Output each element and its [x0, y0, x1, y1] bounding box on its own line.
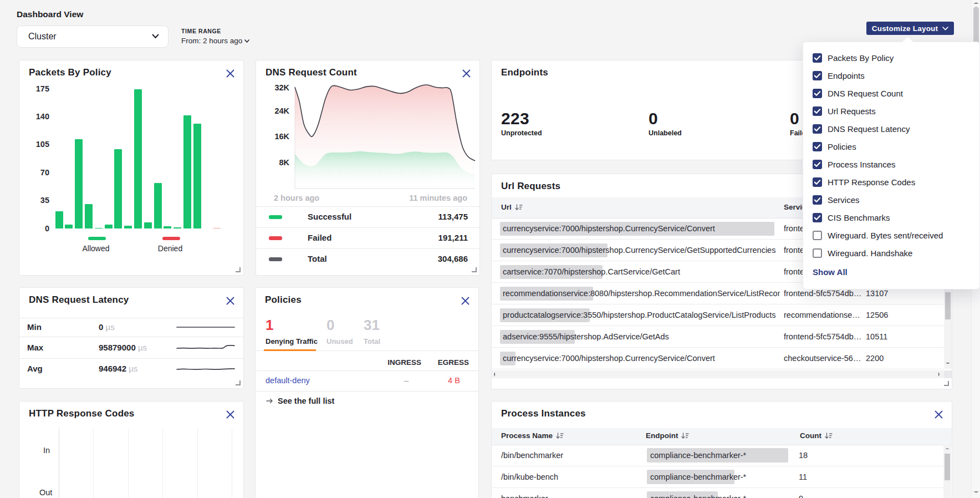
legend-swatch-failed [269, 236, 282, 240]
table-row[interactable]: adservice:9555/hipstershop.AdService/Get… [492, 326, 944, 348]
close-icon[interactable] [226, 296, 235, 306]
time-range-label: TIME RANGE [181, 28, 221, 34]
latency-row-value: 0 µs [99, 322, 115, 332]
chevron-down-icon [244, 39, 249, 43]
checkbox-checked-icon[interactable] [813, 89, 822, 98]
y-axis-tick: 0 [27, 224, 49, 233]
widget-policies: Policies1Denying Traffic0Unused31TotalIN… [255, 287, 479, 498]
scrollbar-thumb[interactable] [945, 454, 950, 480]
row-label-in: In [43, 446, 50, 455]
legend-swatch-total [269, 257, 282, 261]
scrollbar-corner [944, 370, 952, 378]
table-row[interactable]: /bin/kube-benchcompliance-benchmarker-*1… [492, 466, 943, 488]
layout-option-url-requests[interactable]: Url Requests [813, 102, 876, 120]
policy-tab[interactable]: Denying Traffic [266, 337, 318, 345]
resize-handle-icon[interactable] [236, 267, 241, 272]
policy-tab[interactable]: Total [364, 337, 380, 345]
column-header-ingress[interactable]: INGRESS [391, 358, 421, 367]
scroll-down-icon[interactable] [973, 491, 979, 493]
endpoint-cell: compliance-benchmarker-* [650, 451, 746, 460]
view-selector[interactable]: Cluster [17, 26, 169, 48]
column-header-url[interactable]: Url [501, 203, 523, 211]
scroll-up-icon[interactable] [973, 2, 979, 4]
layout-option-wireguard-bytes-sent-received[interactable]: Wireguard. Bytes sent/received [813, 226, 943, 244]
table-row[interactable]: /bin/benchmarkercompliance-benchmarker-*… [492, 445, 943, 466]
scroll-right-icon[interactable] [938, 372, 940, 377]
policy-tab[interactable]: Unused [326, 337, 353, 345]
layout-option-http-response-codes[interactable]: HTTP Response Codes [813, 173, 915, 191]
table-row[interactable]: benchmarkercompliance-benchmarker-*9 [492, 488, 943, 498]
y-axis-tick: 16K [267, 132, 289, 141]
checkbox-checked-icon[interactable] [813, 71, 822, 80]
resize-handle-icon[interactable] [236, 380, 241, 385]
checkbox-checked-icon[interactable] [813, 213, 822, 222]
resize-handle-icon[interactable] [944, 381, 949, 386]
checkbox-checked-icon[interactable] [813, 142, 822, 151]
sort-icon[interactable] [515, 204, 523, 211]
dropdown-notch [902, 36, 913, 48]
sort-icon[interactable] [556, 433, 564, 439]
close-icon[interactable] [226, 410, 235, 419]
see-full-list-link[interactable]: See the full list [266, 397, 334, 405]
sort-icon[interactable] [681, 433, 689, 439]
allowed-bar [65, 225, 73, 228]
layout-option-process-instances[interactable]: Process Instances [813, 155, 896, 173]
checkbox-unchecked-icon[interactable] [813, 248, 822, 258]
layout-option-dns-request-count[interactable]: DNS Request Count [813, 84, 903, 102]
sort-icon[interactable] [825, 433, 833, 439]
checkbox-checked-icon[interactable] [813, 124, 822, 134]
endpoint-stat-value: 0 [649, 109, 658, 128]
checkbox-checked-icon[interactable] [813, 106, 822, 116]
widget-url-requests-title: Url Requests [501, 181, 560, 192]
y-axis-tick: 24K [267, 106, 289, 115]
checkbox-checked-icon[interactable] [813, 195, 822, 205]
vertical-scrollbar[interactable] [943, 445, 951, 498]
checkbox-checked-icon[interactable] [813, 53, 822, 63]
layout-option-cis-benchmarks[interactable]: CIS Benchmarks [813, 209, 890, 226]
legend-label: Successful [308, 212, 351, 221]
widget-packets-by-policy: Packets By Policy03570105140175AllowedDe… [19, 60, 244, 276]
layout-option-label: Process Instances [828, 160, 896, 169]
scroll-left-icon[interactable] [494, 372, 495, 377]
divider [492, 369, 944, 369]
url-cell: currencyservice:7000/hipstershop.Currenc… [503, 246, 780, 255]
show-all-link[interactable]: Show All [813, 267, 848, 277]
checkbox-checked-icon[interactable] [813, 177, 822, 187]
horizontal-scrollbar[interactable] [492, 370, 944, 378]
layout-option-services[interactable]: Services [813, 191, 860, 209]
column-header-count[interactable]: Count [800, 431, 833, 440]
checkbox-unchecked-icon[interactable] [813, 231, 822, 240]
widget-packets-by-policy-title: Packets By Policy [29, 67, 111, 78]
policy-row[interactable]: default-deny–4 B [256, 370, 478, 392]
latency-row-label: Avg [27, 364, 43, 373]
y-axis-tick: 32K [267, 83, 289, 92]
column-header-process-name[interactable]: Process Name [501, 431, 564, 440]
process-name-cell: /bin/kube-bench [501, 472, 558, 481]
resize-handle-icon[interactable] [472, 267, 477, 272]
policy-name-link[interactable]: default-deny [266, 376, 310, 385]
divider [19, 318, 243, 318]
column-header-egress[interactable]: EGRESS [439, 358, 469, 367]
layout-option-endpoints[interactable]: Endpoints [813, 67, 865, 84]
process-name-cell: benchmarker [501, 494, 548, 498]
close-icon[interactable] [461, 296, 470, 306]
table-row[interactable]: currencyservice:7000/hipstershop.Currenc… [492, 348, 944, 369]
customize-layout-button[interactable]: Customize Layout [866, 22, 954, 35]
scroll-down-icon[interactable] [946, 363, 950, 364]
url-cell: productcatalogservice:3550/hipstershop.P… [503, 311, 780, 319]
layout-option-wireguard-handshake[interactable]: Wireguard. Handshake [813, 244, 912, 262]
widget-dns-request-latency-title: DNS Request Latency [29, 294, 129, 306]
checkbox-checked-icon[interactable] [813, 160, 822, 169]
close-icon[interactable] [226, 69, 235, 78]
time-range-value[interactable]: From: 2 hours ago [181, 37, 249, 45]
layout-option-label: Wireguard. Handshake [828, 248, 912, 258]
scrollbar-thumb[interactable] [945, 292, 951, 319]
column-header-endpoint[interactable]: Endpoint [646, 431, 689, 440]
layout-option-dns-request-latency[interactable]: DNS Request Latency [813, 120, 910, 138]
layout-option-packets-by-policy[interactable]: Packets By Policy [813, 49, 894, 67]
layout-option-label: DNS Request Latency [828, 124, 910, 134]
scroll-up-icon[interactable] [945, 448, 950, 449]
table-row[interactable]: productcatalogservice:3550/hipstershop.P… [492, 304, 944, 326]
close-icon[interactable] [934, 410, 943, 419]
layout-option-policies[interactable]: Policies [813, 138, 856, 155]
